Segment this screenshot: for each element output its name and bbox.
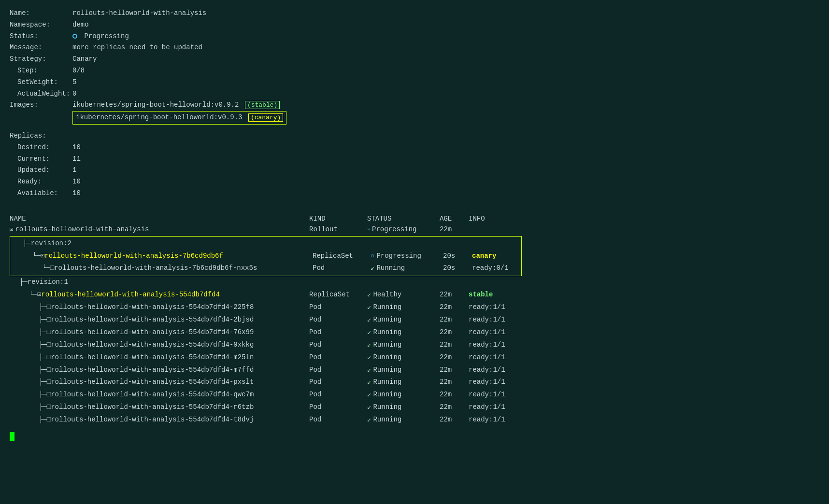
pod-status-text: Running	[373, 314, 401, 326]
pod-stable-name-col: ├─□ rollouts-helloworld-with-analysis-55…	[10, 314, 309, 326]
pod-connector: ├─□	[10, 414, 51, 426]
stable-tag: (stable)	[245, 101, 280, 109]
pod-stable-row: ├─□ rollouts-helloworld-with-analysis-55…	[10, 339, 819, 351]
available-label: Available:	[10, 188, 72, 199]
images-value: ikubernetes/spring-boot-helloworld:v0.9.…	[72, 99, 280, 111]
table-section: NAME KIND STATUS AGE INFO ⊡ rollouts-hel…	[10, 214, 819, 426]
pod-stable-status: ↙ Running	[367, 414, 440, 426]
pod-status-text: Running	[373, 326, 401, 339]
pod-stable-info: ready:1/1	[469, 314, 819, 326]
pod-stable-status: ↙ Running	[367, 339, 440, 351]
pod-stable-age: 22m	[440, 326, 469, 339]
pod-stable-name: rollouts-helloworld-with-analysis-554db7…	[51, 326, 254, 339]
cursor-area	[10, 428, 819, 441]
rs-stable-connector: └─⊡	[10, 289, 41, 301]
pod-stable-age: 22m	[440, 351, 469, 364]
pod-stable-info: ready:1/1	[469, 351, 819, 364]
rollout-status-text: Progressing	[372, 224, 416, 236]
revision1-connector: ├─	[10, 276, 28, 289]
revision1-label: revision:1	[28, 276, 68, 289]
pod-canary-name: rollouts-helloworld-with-analysis-7b6cd9…	[54, 262, 257, 275]
revision2-connector: ├─	[13, 238, 31, 250]
name-value: rollouts-helloworld-with-analysis	[72, 8, 206, 19]
pod-stable-status: ↙ Running	[367, 314, 440, 326]
actualweight-row: ActualWeight: 0	[10, 88, 819, 100]
status-text: Progressing	[84, 32, 129, 40]
pod-stable-name: rollouts-helloworld-with-analysis-554db7…	[51, 376, 254, 389]
pod-stable-name-col: ├─□ rollouts-helloworld-with-analysis-55…	[10, 364, 309, 377]
rs-stable-age: 22m	[440, 289, 469, 301]
revision2-name-col: ├─ revision:2	[13, 238, 313, 250]
rs-canary-age: 20s	[443, 250, 472, 263]
namespace-row: Namespace: demo	[10, 19, 819, 31]
pod-stable-kind: Pod	[309, 339, 367, 351]
replicas-header-row: Replicas:	[10, 130, 819, 142]
rs-canary-name: rollouts-helloworld-with-analysis-7b6cd9…	[44, 250, 223, 263]
message-row: Message: more replicas need to be update…	[10, 42, 819, 54]
pod-connector: ├─□	[10, 401, 51, 414]
pod-stable-info: ready:1/1	[469, 364, 819, 377]
cursor-block	[10, 432, 14, 441]
replicas-label: Replicas:	[10, 130, 72, 142]
pod-connector: ├─□	[10, 301, 51, 314]
canary-image-box: ikubernetes/spring-boot-helloworld:v0.9.…	[72, 111, 286, 125]
pod-stable-name-col: ├─□ rollouts-helloworld-with-analysis-55…	[10, 326, 309, 339]
images-canary-row: ikubernetes/spring-boot-helloworld:v0.9.…	[10, 111, 819, 125]
step-value: 0/8	[72, 65, 85, 77]
available-row: Available: 10	[10, 188, 819, 199]
pod-stable-status: ↙ Running	[367, 389, 440, 401]
status-label: Status:	[10, 31, 72, 42]
pod-stable-age: 22m	[440, 376, 469, 389]
rollout-name: rollouts-helloworld-with-analysis	[15, 224, 149, 236]
pod-stable-age: 22m	[440, 389, 469, 401]
pod-status-text: Running	[373, 414, 401, 426]
pod-stable-name-col: ├─□ rollouts-helloworld-with-analysis-55…	[10, 301, 309, 314]
status-value: Progressing	[72, 31, 129, 42]
pod-connector: ├─□	[10, 339, 51, 351]
col-header-name: NAME	[10, 215, 309, 223]
rs-stable-info: stable	[469, 289, 819, 301]
pod-stable-name: rollouts-helloworld-with-analysis-554db7…	[51, 339, 254, 351]
revision2-label: revision:2	[31, 238, 71, 250]
pod-stable-kind: Pod	[309, 401, 367, 414]
pod-stable-age: 22m	[440, 339, 469, 351]
pod-canary-status-text: Running	[376, 262, 405, 275]
pod-status-icon: ↙	[367, 364, 371, 377]
meta-section: Name: rollouts-helloworld-with-analysis …	[10, 8, 819, 125]
pod-stable-name: rollouts-helloworld-with-analysis-554db7…	[51, 314, 254, 326]
pod-stable-kind: Pod	[309, 414, 367, 426]
pod-stable-age: 22m	[440, 364, 469, 377]
pod-stable-name-col: ├─□ rollouts-helloworld-with-analysis-55…	[10, 351, 309, 364]
rollout-row: ⊡ rollouts-helloworld-with-analysis Roll…	[10, 224, 819, 236]
actualweight-label: ActualWeight:	[10, 88, 72, 100]
pod-stable-info: ready:1/1	[469, 301, 819, 314]
pods-container: ├─□ rollouts-helloworld-with-analysis-55…	[10, 301, 819, 426]
pod-canary-row: └─□ rollouts-helloworld-with-analysis-7b…	[13, 262, 518, 275]
pod-status-icon: ↙	[367, 351, 371, 364]
rs-canary-name-col: └─⊡ rollouts-helloworld-with-analysis-7b…	[13, 250, 313, 263]
pod-connector: ├─□	[10, 389, 51, 401]
pod-stable-age: 22m	[440, 314, 469, 326]
col-header-age: AGE	[440, 215, 469, 223]
pod-stable-name: rollouts-helloworld-with-analysis-554db7…	[51, 389, 254, 401]
current-value: 11	[72, 154, 81, 165]
pod-canary-connector: └─□	[13, 262, 54, 275]
message-label: Message:	[10, 42, 72, 54]
pod-stable-kind: Pod	[309, 364, 367, 377]
pod-stable-row: ├─□ rollouts-helloworld-with-analysis-55…	[10, 364, 819, 377]
rollout-status-icon: ○	[367, 225, 370, 234]
pod-stable-name-col: ├─□ rollouts-helloworld-with-analysis-55…	[10, 376, 309, 389]
pod-stable-info: ready:1/1	[469, 401, 819, 414]
current-row: Current: 11	[10, 154, 819, 165]
pod-status-text: Running	[373, 401, 401, 414]
replicas-section: Replicas: Desired: 10 Current: 11 Update…	[10, 130, 819, 199]
status-circle-icon	[72, 34, 77, 39]
pod-stable-name: rollouts-helloworld-with-analysis-554db7…	[51, 414, 254, 426]
name-label: Name:	[10, 8, 72, 19]
rollout-kind: Rollout	[309, 224, 367, 236]
pod-status-icon: ↙	[367, 389, 371, 401]
pod-stable-name: rollouts-helloworld-with-analysis-554db7…	[51, 301, 254, 314]
pod-stable-name-col: ├─□ rollouts-helloworld-with-analysis-55…	[10, 401, 309, 414]
pod-status-text: Running	[373, 364, 401, 377]
pod-stable-info: ready:1/1	[469, 339, 819, 351]
